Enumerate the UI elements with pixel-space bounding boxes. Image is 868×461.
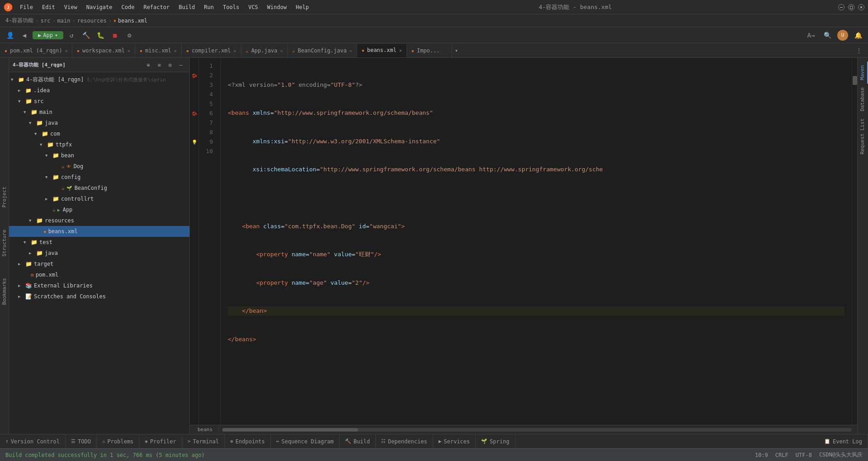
- breadcrumb-src[interactable]: src: [41, 18, 51, 24]
- tab-version-control[interactable]: ↑ Version Control: [0, 434, 66, 449]
- breadcrumb-resources[interactable]: resources: [77, 18, 107, 24]
- tree-root[interactable]: ▼ 📁 4-容器功能 [4_rqgn] E:\hsp培训\分布式微服务\spri…: [9, 74, 189, 85]
- bookmarks-tab[interactable]: Bookmarks: [0, 276, 9, 307]
- menu-refactor[interactable]: Refactor: [140, 3, 173, 11]
- gutter-6[interactable]: 🫘: [190, 109, 198, 118]
- panel-add-btn[interactable]: ⊕: [143, 60, 153, 70]
- menu-file[interactable]: File: [16, 3, 37, 11]
- run-config-dropdown[interactable]: ▾: [55, 32, 58, 38]
- breadcrumb-project[interactable]: 4-容器功能: [5, 17, 33, 24]
- tab-more-options[interactable]: ⋮: [854, 44, 864, 57]
- menu-help[interactable]: Help: [292, 3, 312, 11]
- menu-build[interactable]: Build: [175, 3, 198, 11]
- tree-idea[interactable]: ▶ 📁 .idea: [9, 85, 189, 96]
- tab-pom[interactable]: ▪ pom.xml (4_rqgn) ✕: [0, 44, 72, 57]
- panel-collapse-btn[interactable]: ≡: [154, 60, 164, 70]
- gutter-9[interactable]: 💡: [190, 137, 198, 147]
- tree-dog[interactable]: ▶ ☕ 👁 Dog: [9, 161, 189, 172]
- breadcrumb-main[interactable]: main: [57, 18, 71, 24]
- tree-main[interactable]: ▼ 📁 main: [9, 107, 189, 118]
- tab-beanconfig[interactable]: ☕ BeanConfig.java ✕: [288, 44, 357, 57]
- tab-misc[interactable]: ▪ misc.xml ✕: [135, 44, 182, 57]
- panel-close-btn[interactable]: —: [176, 60, 186, 70]
- h-scrollbar-thumb[interactable]: [222, 428, 358, 432]
- user-avatar[interactable]: U: [837, 30, 848, 41]
- minimize-button[interactable]: —: [838, 4, 844, 10]
- tab-build[interactable]: 🔨 Build: [340, 434, 376, 449]
- tab-services[interactable]: ▶ Services: [433, 434, 476, 449]
- tree-scratches[interactable]: ▶ 📝 Scratches and Consoles: [9, 291, 189, 302]
- scrollbar-thumb[interactable]: [853, 76, 857, 85]
- tab-todo[interactable]: ☰ TODO: [66, 434, 97, 449]
- tree-pomxml[interactable]: ▶ m pom.xml: [9, 269, 189, 280]
- tree-app[interactable]: ▶ ☕ ▶ App: [9, 204, 189, 215]
- profile-btn[interactable]: 👤: [4, 29, 16, 42]
- menu-edit[interactable]: Edit: [38, 3, 59, 11]
- tab-endpoints[interactable]: ⊕ Endpoints: [225, 434, 271, 449]
- tree-resources[interactable]: ▼ 📁 resources: [9, 215, 189, 226]
- tab-sequence[interactable]: ↔ Sequence Diagram: [271, 434, 340, 449]
- tree-extlibs[interactable]: ▶ 📚 External Libraries: [9, 280, 189, 291]
- tab-event-log[interactable]: 📋 Event Log: [819, 434, 868, 449]
- tree-beanconfig[interactable]: ▶ ☕ 🌱 BeanConfig: [9, 183, 189, 193]
- panel-settings-btn[interactable]: ⚙: [165, 60, 175, 70]
- close-button[interactable]: ✕: [858, 4, 864, 10]
- tab-misc-close[interactable]: ✕: [174, 48, 177, 53]
- code-editor[interactable]: <?xml version="1.0" encoding="UTF-8"?> <…: [221, 58, 852, 425]
- tree-controllrt[interactable]: ▶ 📁 controllrt: [9, 193, 189, 204]
- back-btn[interactable]: ◀: [18, 29, 31, 42]
- tab-workspace-close[interactable]: ✕: [127, 48, 130, 53]
- tab-overflow[interactable]: ▾: [452, 44, 461, 57]
- tab-app[interactable]: ☕ App.java ✕: [241, 44, 288, 57]
- tree-bean-folder[interactable]: ▼ 📁 bean: [9, 150, 189, 161]
- debug-btn[interactable]: 🐛: [94, 29, 107, 42]
- menu-tools[interactable]: Tools: [219, 3, 243, 11]
- tree-com[interactable]: ▼ 📁 com: [9, 128, 189, 139]
- tab-compiler[interactable]: ▪ compiler.xml ✕: [182, 44, 241, 57]
- menu-run[interactable]: Run: [200, 3, 217, 11]
- reload-btn[interactable]: ↺: [65, 29, 78, 42]
- h-scrollbar-track[interactable]: [222, 428, 852, 432]
- tab-beanconfig-close[interactable]: ✕: [349, 48, 352, 53]
- tab-workspace[interactable]: ▪ workspace.xml ✕: [72, 44, 135, 57]
- vertical-scrollbar[interactable]: [852, 58, 857, 425]
- tab-app-close[interactable]: ✕: [280, 48, 283, 53]
- maven-tab[interactable]: Maven: [858, 61, 868, 84]
- tree-testjava[interactable]: ▶ 📁 java: [9, 248, 189, 259]
- search-btn[interactable]: 🔍: [821, 29, 834, 42]
- request-list-tab[interactable]: Request List: [858, 115, 868, 158]
- menu-code[interactable]: Code: [118, 3, 138, 11]
- tab-terminal[interactable]: > Terminal: [182, 434, 225, 449]
- line-ending[interactable]: CRLF: [775, 452, 788, 458]
- tab-impo[interactable]: ▪ Impo...: [407, 44, 452, 57]
- maximize-button[interactable]: □: [848, 4, 854, 10]
- run-config-btn[interactable]: ▶ App ▾: [33, 31, 63, 39]
- menu-view[interactable]: View: [61, 3, 81, 11]
- tab-dependencies[interactable]: ☷ Dependencies: [376, 434, 433, 449]
- tree-target[interactable]: ▶ 📁 target: [9, 259, 189, 269]
- tab-profiler[interactable]: ◈ Profiler: [139, 434, 182, 449]
- database-tab[interactable]: Database: [858, 84, 868, 115]
- notifications-btn[interactable]: 🔔: [852, 29, 864, 42]
- settings-btn[interactable]: ⚙: [123, 29, 136, 42]
- menu-navigate[interactable]: Navigate: [83, 3, 116, 11]
- file-encoding[interactable]: UTF-8: [796, 452, 812, 458]
- tree-config[interactable]: ▼ 📁 config: [9, 172, 189, 183]
- tab-beans[interactable]: ▪ beans.xml ✕: [357, 44, 407, 57]
- tree-beansxml[interactable]: ▶ ▪ beans.xml: [9, 226, 189, 237]
- stop-btn[interactable]: ■: [108, 29, 121, 42]
- tab-spring[interactable]: 🌱 Spring: [476, 434, 515, 449]
- translate-btn[interactable]: A→: [805, 29, 817, 42]
- menu-window[interactable]: Window: [264, 3, 290, 11]
- gutter-2[interactable]: 🫘: [190, 71, 198, 80]
- menu-vcs[interactable]: VCS: [245, 3, 262, 11]
- tree-java[interactable]: ▼ 📁 java: [9, 118, 189, 128]
- editor-area[interactable]: 🫘 🫘 💡 1 2 3 4 5 6: [190, 58, 857, 434]
- tab-compiler-close[interactable]: ✕: [234, 48, 236, 53]
- tab-beans-close[interactable]: ✕: [399, 48, 402, 53]
- tree-ttpfx[interactable]: ▼ 📁 ttpfx: [9, 139, 189, 150]
- tree-test[interactable]: ▼ 📁 test: [9, 237, 189, 248]
- tree-src[interactable]: ▼ 📁 src: [9, 96, 189, 107]
- build-btn[interactable]: 🔨: [80, 29, 92, 42]
- project-tab[interactable]: Project: [0, 185, 9, 209]
